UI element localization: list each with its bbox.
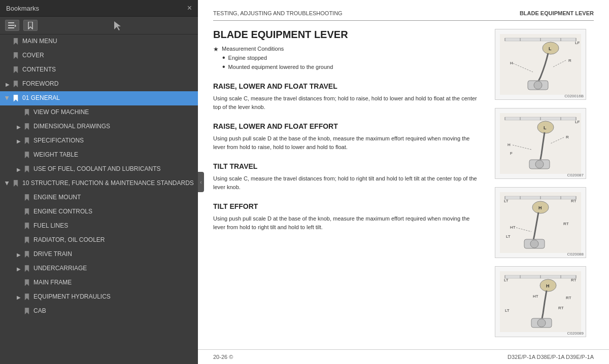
- expand-arrow-01-general[interactable]: ▶: [4, 95, 11, 102]
- bookmark-item-equipment-hydraulics[interactable]: ▶ EQUIPMENT HYDRAULICS: [0, 290, 198, 304]
- bookmark-icon-undercarriage: [23, 265, 30, 273]
- menu-dropdown-button[interactable]: [5, 20, 19, 31]
- lever-svg-4: LT RT H RT LT HT RT: [500, 271, 581, 332]
- bookmark-item-use-of-fuel[interactable]: ▶ USE OF FUEL, COOLANT AND LUBRICANTS: [0, 162, 198, 176]
- bookmark-item-fuel-lines[interactable]: ▶ FUEL LINES: [0, 219, 198, 233]
- bookmark-item-main-frame[interactable]: ▶ MAIN FRAME: [0, 276, 198, 290]
- svg-text:R: R: [566, 135, 569, 139]
- expand-arrow-undercarriage[interactable]: ▶: [15, 265, 22, 272]
- close-button[interactable]: ×: [187, 4, 192, 12]
- expand-arrow-foreword[interactable]: ▶: [4, 81, 11, 88]
- lever-diagram-2: LF L H R F C020087: [495, 108, 586, 179]
- bookmark-label-equipment-hydraulics: EQUIPMENT HYDRAULICS: [33, 293, 194, 301]
- bookmark-item-view-of-machine[interactable]: ▶ VIEW OF MACHINE: [0, 105, 198, 120]
- raise-lower-float-travel-title: RAISE, LOWER AND FLOAT TRAVEL: [213, 82, 483, 90]
- expand-arrow-equipment-hydraulics[interactable]: ▶: [15, 294, 22, 301]
- bookmark-label-fuel-lines: FUEL LINES: [33, 222, 194, 230]
- lever-svg-1: LF L H R: [500, 34, 581, 95]
- bookmark-icon-main-menu: [12, 38, 19, 46]
- svg-point-50: [530, 240, 538, 248]
- raise-lower-float-travel-section: RAISE, LOWER AND FLOAT TRAVEL Using scal…: [213, 82, 483, 111]
- blade-equipment-lever-title: BLADE EQUIPMENT LEVER: [213, 29, 483, 41]
- bookmark-item-undercarriage[interactable]: ▶ UNDERCARRIAGE: [0, 262, 198, 276]
- bookmark-item-10-structure[interactable]: ▶ 10 STRUCTURE, FUNCTION & MAINTENANCE S…: [0, 176, 198, 191]
- bookmark-icon-use-of-fuel: [23, 165, 30, 173]
- image-1-caption: C020016B: [564, 94, 584, 98]
- measurement-conditions-section: ★ Measurement Conditions • Engine stoppe…: [213, 46, 483, 71]
- bookmark-item-foreword[interactable]: ▶ FOREWORD: [0, 77, 198, 91]
- bookmark-item-weight-table[interactable]: ▶ WEIGHT TABLE: [0, 148, 198, 162]
- star-icon: ★: [213, 46, 219, 53]
- svg-point-67: [537, 319, 546, 327]
- document-page: TESTING, ADJUSTING AND TROUBLESHOOTING B…: [198, 0, 609, 349]
- expand-arrow-drive-train[interactable]: ▶: [15, 251, 22, 258]
- bookmark-icon-main-frame: [23, 279, 30, 287]
- bookmark-item-radiator-oil-cooler[interactable]: ▶ RADIATOR, OIL COOLER: [0, 233, 198, 247]
- bookmark-item-engine-mount[interactable]: ▶ ENGINE MOUNT: [0, 191, 198, 205]
- collapse-handle[interactable]: ‹: [198, 172, 204, 192]
- bookmark-label-main-frame: MAIN FRAME: [33, 279, 194, 287]
- bookmark-icon-radiator-oil-cooler: [23, 236, 30, 244]
- svg-text:HT: HT: [510, 225, 516, 230]
- bullet-engine-stopped-text: Engine stopped: [228, 55, 267, 61]
- raise-lower-float-travel-text: Using scale C, measure the travel distan…: [213, 94, 483, 111]
- svg-text:RT: RT: [563, 222, 569, 226]
- tilt-travel-section: TILT TRAVEL Using scale C, measure the t…: [213, 162, 483, 191]
- svg-text:H: H: [538, 205, 542, 210]
- bullet-engine-stopped: • Engine stopped: [213, 55, 483, 62]
- bookmark-item-01-general[interactable]: ▶ 01 GENERAL: [0, 91, 198, 105]
- bookmark-icon-equipment-hydraulics: [23, 293, 30, 301]
- bookmark-icon-weight-table: [23, 151, 30, 159]
- bookmark-icon-cab: [23, 307, 30, 315]
- bookmark-label-undercarriage: UNDERCARRIAGE: [33, 265, 194, 273]
- doc-images-column: LF L H R C020: [495, 29, 594, 337]
- svg-rect-1: [8, 25, 14, 26]
- doc-section-left: TESTING, ADJUSTING AND TROUBLESHOOTING: [213, 10, 343, 16]
- svg-text:H: H: [510, 61, 513, 65]
- bookmark-item-dimensional-drawings[interactable]: ▶ DIMENSIONAL DRAWINGS: [0, 120, 198, 134]
- bookmark-item-drive-train[interactable]: ▶ DRIVE TRAIN: [0, 247, 198, 262]
- expand-arrow-dimensional-drawings[interactable]: ▶: [15, 123, 22, 130]
- bookmark-item-main-menu[interactable]: ▶ MAIN MENU: [0, 34, 198, 49]
- bookmark-icon-contents: [12, 66, 19, 74]
- bookmark-item-contents[interactable]: ▶ CONTENTS: [0, 63, 198, 77]
- bookmark-label-01-general: 01 GENERAL: [22, 94, 194, 102]
- svg-rect-0: [8, 22, 14, 23]
- bookmark-label-weight-table: WEIGHT TABLE: [33, 151, 194, 159]
- bullet-dot-icon: •: [222, 54, 225, 62]
- svg-text:RT: RT: [566, 296, 571, 300]
- bookmark-label-dimensional-drawings: DIMENSIONAL DRAWINGS: [33, 123, 194, 131]
- bookmark-icon-dimensional-drawings: [23, 123, 30, 131]
- svg-text:F: F: [510, 151, 513, 156]
- svg-text:H: H: [507, 142, 511, 147]
- bookmarks-toolbar: [0, 17, 198, 34]
- bookmark-item-cover[interactable]: ▶ COVER: [0, 49, 198, 63]
- tilt-travel-text: Using scale C, measure the travel distan…: [213, 174, 483, 191]
- image-4-caption: C020089: [567, 331, 584, 336]
- expand-arrow-specifications[interactable]: ▶: [15, 137, 22, 144]
- bookmark-label-use-of-fuel: USE OF FUEL, COOLANT AND LUBRICANTS: [33, 165, 194, 173]
- bookmark-label-cab: CAB: [33, 307, 194, 315]
- bookmarks-panel: Bookmarks × ▶ MAIN MENU▶ COV: [0, 0, 198, 364]
- bookmark-icon-engine-mount: [23, 194, 30, 202]
- svg-point-32: [535, 160, 544, 168]
- bookmark-label-foreword: FOREWORD: [22, 80, 194, 88]
- bookmark-item-engine-controls[interactable]: ▶ ENGINE CONTROLS: [0, 205, 198, 219]
- bullet-mounted-equipment: • Mounted equipment lowered to the groun…: [213, 64, 483, 71]
- expand-arrow-10-structure[interactable]: ▶: [4, 180, 11, 187]
- raise-lower-float-effort-section: RAISE, LOWER AND FLOAT EFFORT Using push…: [213, 122, 483, 151]
- tilt-effort-text: Using push pull scale D at the base of t…: [213, 214, 483, 231]
- bookmark-item-specifications[interactable]: ▶ SPECIFICATIONS: [0, 134, 198, 148]
- bookmark-add-button[interactable]: [23, 20, 38, 31]
- expand-arrow-use-of-fuel[interactable]: ▶: [15, 166, 22, 173]
- bookmark-icon-01-general: [12, 94, 19, 102]
- svg-text:LF: LF: [575, 120, 580, 124]
- svg-text:HT: HT: [533, 294, 538, 299]
- bookmark-label-cover: COVER: [22, 52, 194, 60]
- svg-text:LT: LT: [506, 234, 511, 239]
- svg-text:LT: LT: [504, 278, 509, 282]
- bookmark-icon-10-structure: [12, 179, 19, 188]
- bookmark-label-view-of-machine: VIEW OF MACHINE: [33, 108, 194, 117]
- bookmark-label-engine-mount: ENGINE MOUNT: [33, 194, 194, 202]
- bookmark-item-cab[interactable]: ▶ CAB: [0, 304, 198, 318]
